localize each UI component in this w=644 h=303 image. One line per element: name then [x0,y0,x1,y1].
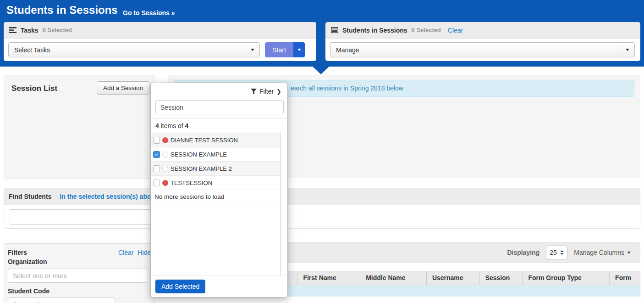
filters-card: Filters Clear Hide Organization Student … [4,243,154,303]
session-option-label: DIANNE TEST SESSION [171,137,238,144]
students-panel-header: Students in Sessions 0 Selected Clear [325,22,640,39]
column-header[interactable]: First Name [297,271,360,285]
no-more-sessions-text: No more sessions to load [151,190,280,204]
spinner-icon [560,250,564,255]
students-selected-count: 0 Selected [412,27,441,34]
student-code-input[interactable] [8,297,115,303]
start-button[interactable]: Start [265,42,293,57]
find-students-title: Find Students [9,193,51,200]
caret-down-icon [297,49,301,51]
students-panel-body: Manage [325,39,640,61]
page-title: Students in Sessions [6,4,118,17]
session-status-icon [162,166,168,172]
clear-selection-link[interactable]: Clear [448,27,463,34]
students-in-sessions-panel: Students in Sessions 0 Selected Clear Ma… [325,22,640,61]
session-option[interactable]: SESSION EXAMPLE 2 [151,162,280,176]
chevron-right-icon: ❯ [276,88,281,95]
session-checkbox[interactable]: ✓ [153,151,160,158]
column-header[interactable]: Middle Name [360,271,426,285]
tasks-icon [9,27,17,33]
column-header[interactable]: Form Group Type [522,271,609,285]
caret-down-icon [627,252,631,254]
filter-toggle[interactable]: Filter ❯ [151,83,287,100]
filters-links: Clear Hide [118,249,151,256]
tasks-panel-body: Select Tasks Start [4,39,316,61]
clear-filters-link[interactable]: Clear [118,249,133,256]
manage-dropdown-value: Manage [330,43,620,57]
column-header[interactable]: Form [609,271,640,285]
top-header-bar: Students in Sessions Go to Sessions » Ta… [0,0,644,67]
student-code-label: Student Code [8,287,50,295]
select-tasks-value: Select Tasks [9,43,245,57]
session-list-title: Session List [11,84,57,93]
page-size-select[interactable]: 25 [546,246,567,259]
manage-columns-label: Manage Columns [574,249,624,256]
info-banner-text: earch all sessions in Spring 2018 below [291,84,403,92]
session-status-icon [162,180,168,186]
list-icon [331,27,338,33]
session-status-icon [162,137,168,143]
go-to-sessions-link[interactable]: Go to Sessions » [123,9,175,17]
tasks-panel: Tasks 0 Selected Select Tasks Start [4,22,316,61]
tasks-panel-header: Tasks 0 Selected [4,22,316,39]
funnel-icon [251,89,257,94]
select-tasks-dropdown[interactable]: Select Tasks [8,42,260,57]
select-tasks-caret[interactable] [245,43,259,57]
organization-label: Organization [8,258,47,265]
session-option-label: SESSION EXAMPLE [171,151,227,158]
manage-dropdown-caret[interactable] [620,43,634,57]
items-count: 4 items of 4 [151,118,287,133]
organization-input[interactable] [8,269,147,283]
session-option-label: TESTSESSION [171,180,212,186]
start-button-group: Start [265,42,305,57]
manage-columns-button[interactable]: Manage Columns [574,249,631,256]
session-search-input[interactable] [155,100,284,114]
find-students-card: Find Students In the selected session(s)… [4,188,640,229]
add-selected-button[interactable]: Add Selected [155,280,205,293]
session-filter-popover: Filter ❯ 4 items of 4 DIANNE TEST SESSIO… [150,83,288,297]
start-caret-button[interactable] [293,42,305,57]
page: Students in Sessions Go to Sessions » Ta… [0,0,644,303]
find-students-header: Find Students In the selected session(s)… [4,188,640,205]
tasks-title: Tasks [21,27,39,34]
caret-down-icon [251,49,254,51]
students-panel-title: Students in Sessions [342,27,407,34]
hide-filters-link[interactable]: Hide [138,249,151,256]
tasks-selected-count: 0 Selected [43,27,72,34]
add-session-button[interactable]: Add a Session [97,81,149,95]
session-list-items: DIANNE TEST SESSION✓SESSION EXAMPLESESSI… [151,133,281,276]
popover-footer: Add Selected [151,275,287,297]
session-option[interactable]: TESTSESSION [151,176,280,190]
session-checkbox[interactable] [153,165,160,172]
session-option[interactable]: ✓SESSION EXAMPLE [151,147,280,162]
caret-down-icon [626,49,629,51]
displaying-label: Displaying [507,249,539,256]
column-header[interactable]: Session [479,271,523,285]
in-selected-sessions-link[interactable]: In the selected session(s) above [60,193,158,200]
filters-title: Filters [8,249,27,256]
session-option[interactable]: DIANNE TEST SESSION [151,133,280,147]
session-checkbox[interactable] [153,137,160,144]
panel-pointer-arrow [313,67,329,74]
filter-label: Filter [259,88,274,95]
manage-dropdown[interactable]: Manage [330,42,635,57]
session-status-icon [162,152,168,157]
page-size-value: 25 [550,249,557,256]
column-header[interactable]: Username [426,271,479,285]
session-checkbox[interactable] [153,180,160,186]
session-list-card: Session List Add a Session [4,75,154,179]
session-option-label: SESSION EXAMPLE 2 [171,165,232,172]
